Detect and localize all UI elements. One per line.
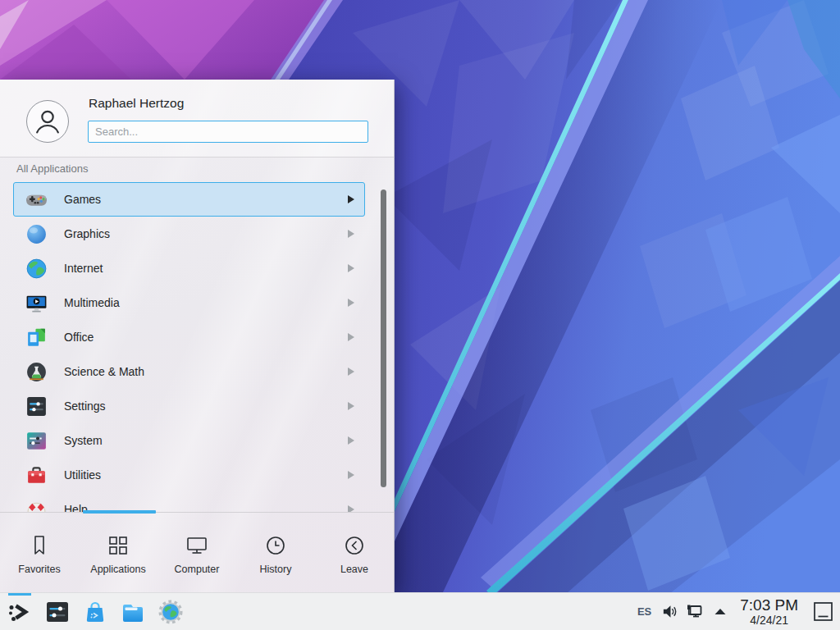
category-label: Utilities [64,468,348,482]
network-icon[interactable] [686,603,704,621]
active-tab-indicator [83,510,156,514]
system-settings-icon [44,599,71,625]
file-manager-icon [120,599,146,625]
category-label: Graphics [64,227,348,240]
category-label: Settings [64,399,348,413]
tab-applications[interactable]: Applications [79,515,158,592]
tab-label: Applications [90,564,145,575]
submenu-arrow-icon [348,471,354,479]
category-label: Office [64,331,348,344]
documents-icon [25,326,48,349]
leave-back-icon [342,533,367,558]
toolbox-icon [25,463,48,487]
system-sliders-icon [25,429,48,453]
discover-launcher[interactable] [82,599,108,625]
taskbar-launchers [0,599,184,625]
tab-favorites[interactable]: Favorites [0,515,79,592]
user-name: Raphael Hertzog [89,96,184,111]
tab-computer[interactable]: Computer [158,515,236,592]
submenu-arrow-icon [348,402,354,410]
tab-label: Computer [175,564,220,575]
submenu-arrow-icon [348,436,354,445]
history-clock-icon [263,533,288,558]
category-system[interactable]: System [13,423,365,458]
submenu-arrow-icon [348,299,354,307]
clock-date: 4/24/21 [750,614,788,626]
bookmark-icon [27,533,52,558]
lifebuoy-icon [25,498,48,513]
clock-time: 7:03 PM [740,597,798,613]
submenu-arrow-icon [348,333,354,341]
person-icon [31,105,64,138]
launcher-header: Raphael Hertzog [0,80,394,158]
flask-icon [25,360,48,384]
category-label: Science & Math [64,365,348,378]
category-label: Internet [64,262,348,275]
file-manager-launcher[interactable] [120,599,146,625]
category-settings[interactable]: Settings [13,389,365,423]
discover-icon [82,599,108,625]
sliders-icon [25,395,48,418]
submenu-arrow-icon [348,505,354,512]
section-label: All Applications [16,162,88,175]
category-label: System [64,434,348,447]
submenu-arrow-icon [348,264,354,272]
category-help[interactable]: Help [13,492,365,512]
digital-clock[interactable]: 7:03 PM 4/24/21 [740,597,798,626]
category-games[interactable]: Games [13,182,365,217]
tab-label: Leave [340,564,368,575]
category-multimedia[interactable]: Multimedia [13,285,365,320]
keyboard-layout-indicator[interactable]: ES [636,605,653,618]
launcher-tabbar: Favorites Applications C [0,515,394,592]
gamepad-icon [25,188,48,212]
category-graphics[interactable]: Graphics [13,217,365,251]
submenu-arrow-icon [348,230,354,238]
web-browser-launcher[interactable] [158,599,184,625]
system-settings-launcher[interactable] [44,599,71,625]
system-tray: ES [636,597,840,626]
app-launcher-button[interactable] [7,599,33,625]
active-app-indicator [8,593,31,596]
globe-icon [25,257,48,281]
expand-tray-icon[interactable] [711,603,729,621]
web-browser-icon [158,599,184,625]
tab-history[interactable]: History [236,515,315,592]
category-utilities[interactable]: Utilities [13,458,365,492]
application-launcher-menu: Raphael Hertzog All Applications Games [0,80,395,592]
kde-launcher-icon [7,599,33,625]
tab-label: History [260,564,292,575]
user-avatar [26,100,69,143]
paint-sphere-icon [25,222,48,246]
submenu-arrow-icon [348,368,354,376]
show-desktop-button[interactable] [812,600,834,623]
search-input[interactable] [88,121,368,143]
category-list: Games Graphics [13,182,365,512]
volume-icon[interactable] [660,603,678,621]
category-label: Games [64,193,348,206]
scrollbar[interactable] [381,189,386,487]
tab-label: Favorites [18,564,60,575]
submenu-arrow-icon [348,195,354,203]
desktop: Raphael Hertzog All Applications Games [0,0,840,630]
computer-icon [185,533,209,558]
category-internet[interactable]: Internet [13,251,365,285]
tabbar-separator [0,512,394,513]
category-office[interactable]: Office [13,320,365,354]
taskbar: ES [0,592,840,630]
category-label: Multimedia [64,296,348,309]
media-screen-icon [25,291,48,315]
tab-leave[interactable]: Leave [315,515,394,592]
category-science-math[interactable]: Science & Math [13,354,365,389]
app-grid-icon [106,533,130,558]
